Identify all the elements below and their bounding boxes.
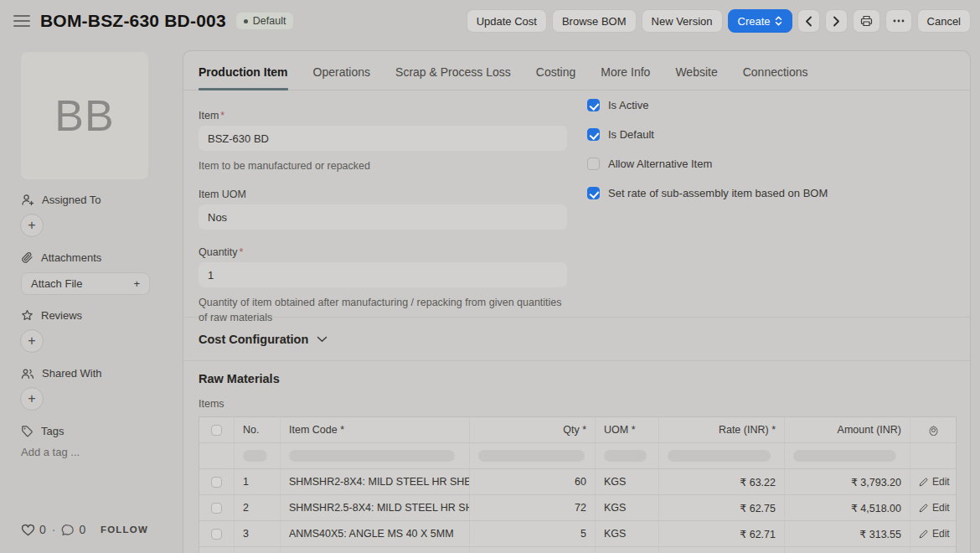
more-options-button[interactable] bbox=[885, 9, 912, 33]
print-button[interactable] bbox=[853, 9, 880, 33]
edit-row-button[interactable]: Edit bbox=[919, 502, 950, 514]
rate-cell[interactable]: ₹ 63.22 bbox=[659, 469, 785, 494]
is-active-checkbox[interactable]: Is Active bbox=[587, 99, 956, 111]
user-plus-icon bbox=[21, 194, 34, 206]
allow-alternative-item-checkbox[interactable]: Allow Alternative Item bbox=[587, 158, 956, 170]
item-code-cell[interactable]: SHMSHR2.5-8X4: MILD STEEL HR SH... bbox=[281, 495, 470, 520]
add-review-button[interactable]: + bbox=[20, 329, 44, 353]
col-amount: Amount (INR) bbox=[785, 417, 910, 442]
page-title: BOM-BSZ-630 BD-003 bbox=[40, 11, 226, 31]
pencil-icon bbox=[919, 530, 928, 539]
table-row: 3 ANMS40X5: ANGLE MS 40 X 5MM 5 KGS ₹ 62… bbox=[199, 521, 956, 547]
filter-placeholder[interactable] bbox=[289, 450, 455, 462]
tab-operations[interactable]: Operations bbox=[313, 65, 370, 90]
rate-cell[interactable]: ₹ 62.75 bbox=[659, 495, 785, 520]
menu-icon[interactable] bbox=[13, 15, 30, 27]
form-left-column: Item* BSZ-630 BD Item to be manufactured… bbox=[199, 97, 567, 325]
uom-cell[interactable]: KGS bbox=[596, 495, 659, 520]
tag-icon bbox=[21, 425, 34, 437]
item-label: Item* bbox=[199, 110, 567, 121]
uom-cell[interactable]: KGS bbox=[596, 521, 659, 546]
shared-with-section: Shared With bbox=[21, 367, 183, 380]
table-header-row: No. Item Code * Qty * UOM * Rate (INR) *… bbox=[199, 417, 956, 443]
tab-bar: Production Item Operations Scrap & Proce… bbox=[183, 51, 970, 90]
item-code-cell[interactable]: ANMS40X5: ANGLE MS 40 X 5MM bbox=[281, 521, 470, 546]
attach-file-label: Attach File bbox=[31, 277, 82, 290]
production-item-form: Item* BSZ-630 BD Item to be manufactured… bbox=[183, 90, 970, 317]
reviews-label: Reviews bbox=[41, 309, 82, 322]
attach-file-button[interactable]: Attach File + bbox=[21, 272, 150, 295]
add-assignment-button[interactable]: + bbox=[20, 214, 44, 237]
add-tag-input[interactable]: Add a tag ... bbox=[21, 446, 183, 458]
table-row: 1 SHMSHR2-8X4: MILD STEEL HR SHEE... 60 … bbox=[199, 469, 956, 495]
tab-website[interactable]: Website bbox=[675, 65, 717, 90]
filter-placeholder[interactable] bbox=[668, 450, 771, 462]
row-checkbox[interactable] bbox=[211, 477, 222, 488]
is-default-checkbox[interactable]: Is Default bbox=[587, 128, 956, 141]
rate-cell[interactable]: ₹ 62.71 bbox=[659, 521, 785, 546]
set-rate-subassembly-checkbox[interactable]: Set rate of sub-assembly item based on B… bbox=[587, 187, 956, 199]
next-button[interactable] bbox=[825, 9, 848, 33]
users-icon bbox=[21, 368, 34, 380]
edit-row-button[interactable]: Edit bbox=[919, 476, 950, 488]
shared-with-label: Shared With bbox=[42, 367, 102, 380]
qty-cell[interactable]: 72 bbox=[470, 495, 596, 520]
amount-cell: ₹ 4,518.00 bbox=[785, 495, 910, 520]
raw-materials-section: Raw Materials Items No. Item Code * Qty … bbox=[183, 361, 970, 553]
item-uom-field[interactable]: Nos bbox=[199, 204, 567, 230]
assigned-to-section: Assigned To bbox=[21, 194, 183, 206]
allow-alternative-item-label: Allow Alternative Item bbox=[608, 158, 712, 170]
quantity-field[interactable]: 1 bbox=[199, 262, 567, 287]
tab-connections[interactable]: Connections bbox=[743, 65, 808, 90]
item-code-cell[interactable]: SHMSHR2-8X4: MILD STEEL HR SHEE... bbox=[281, 469, 470, 494]
new-version-button[interactable]: New Version bbox=[642, 9, 723, 33]
form-right-column: Is Active Is Default Allow Alternative I… bbox=[587, 99, 956, 216]
tab-production-item[interactable]: Production Item bbox=[199, 65, 288, 90]
is-default-label: Is Default bbox=[608, 128, 654, 141]
is-active-label: Is Active bbox=[608, 99, 648, 111]
filter-placeholder[interactable] bbox=[793, 450, 896, 462]
table-settings-button[interactable] bbox=[910, 417, 957, 442]
filter-placeholder[interactable] bbox=[478, 450, 585, 462]
qty-cell[interactable]: 5 bbox=[470, 521, 596, 546]
ellipsis-icon bbox=[893, 19, 905, 23]
item-description: Item to be manufactured or repacked bbox=[199, 158, 567, 173]
table-row-partial bbox=[199, 547, 956, 553]
checkbox-icon bbox=[587, 187, 600, 199]
toolbar: Update Cost Browse BOM New Version Creat… bbox=[467, 9, 971, 33]
update-cost-button[interactable]: Update Cost bbox=[467, 9, 547, 33]
tab-scrap-process-loss[interactable]: Scrap & Process Loss bbox=[395, 65, 511, 90]
edit-row-button[interactable]: Edit bbox=[919, 528, 950, 540]
create-button[interactable]: Create bbox=[728, 9, 792, 33]
tab-more-info[interactable]: More Info bbox=[601, 65, 650, 90]
tab-costing[interactable]: Costing bbox=[536, 65, 575, 90]
comment-icon[interactable] bbox=[61, 524, 75, 536]
bom-form-screen: BOM-BSZ-630 BD-003 Default Update Cost B… bbox=[0, 0, 980, 553]
row-checkbox[interactable] bbox=[211, 503, 222, 514]
cancel-button[interactable]: Cancel bbox=[917, 9, 971, 33]
printer-icon bbox=[860, 15, 873, 27]
follow-button[interactable]: FOLLOW bbox=[101, 525, 148, 535]
prev-button[interactable] bbox=[797, 9, 820, 33]
star-icon bbox=[21, 309, 34, 322]
browse-bom-button[interactable]: Browse BOM bbox=[552, 9, 637, 33]
add-share-button[interactable]: + bbox=[20, 387, 44, 411]
row-checkbox[interactable] bbox=[211, 529, 222, 540]
paperclip-icon bbox=[21, 251, 34, 264]
filter-placeholder[interactable] bbox=[604, 450, 647, 462]
uom-cell[interactable]: KGS bbox=[596, 469, 659, 494]
reviews-section: Reviews bbox=[21, 309, 183, 322]
item-field[interactable]: BSZ-630 BD bbox=[199, 126, 567, 151]
select-all-checkbox[interactable] bbox=[211, 425, 222, 436]
heart-icon[interactable] bbox=[21, 524, 35, 536]
filter-placeholder[interactable] bbox=[243, 450, 267, 462]
qty-cell[interactable]: 60 bbox=[470, 469, 596, 494]
required-asterisk: * bbox=[220, 110, 224, 121]
col-rate: Rate (INR) * bbox=[659, 417, 785, 442]
default-status-badge: Default bbox=[236, 13, 294, 29]
set-rate-subassembly-label: Set rate of sub-assembly item based on B… bbox=[608, 187, 828, 199]
col-no: No. bbox=[235, 417, 281, 442]
col-item-code: Item Code * bbox=[281, 417, 470, 442]
pencil-icon bbox=[919, 478, 928, 487]
chevron-left-icon bbox=[805, 16, 812, 27]
